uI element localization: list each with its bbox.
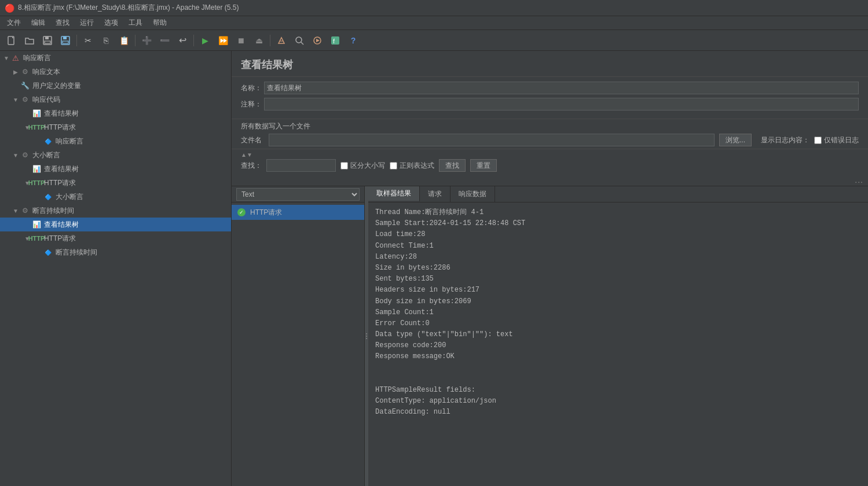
- menu-options[interactable]: 选项: [100, 17, 123, 29]
- remove-button[interactable]: ➖: [156, 32, 173, 49]
- help-button[interactable]: ?: [345, 32, 361, 49]
- new-button[interactable]: [3, 32, 20, 49]
- view-title: 查看结果树: [232, 51, 868, 77]
- result-line-6: Sent bytes:135: [375, 274, 861, 285]
- tree-label-13: HTTP请求: [44, 234, 76, 244]
- paste-button[interactable]: 📋: [116, 32, 132, 49]
- open-button[interactable]: [21, 32, 38, 49]
- reset-button[interactable]: 重置: [470, 159, 497, 172]
- browse-button[interactable]: [291, 32, 307, 49]
- tree-item-6[interactable]: 🔷 响应断言: [0, 134, 231, 148]
- case-sensitive-text: 区分大小写: [350, 161, 385, 171]
- search-label: 查找：: [241, 161, 262, 171]
- tree-item-1[interactable]: ▶ ⚙ 响应文本: [0, 65, 231, 79]
- tree-item-3[interactable]: ▼ ⚙ 响应代码: [0, 93, 231, 106]
- tree-item-9[interactable]: ▼ HTTP HTTP请求: [0, 176, 231, 190]
- icon-12: 📊: [31, 219, 42, 230]
- comment-label: 注释：: [241, 100, 264, 109]
- case-sensitive-checkbox[interactable]: [340, 162, 348, 170]
- log-content-label: 显示日志内容：: [761, 135, 810, 145]
- copy-button[interactable]: ⎘: [98, 32, 114, 49]
- tree-label-11: 断言持续时间: [32, 206, 74, 216]
- sample-item-http[interactable]: HTTP请求: [232, 205, 364, 220]
- tree-item-14[interactable]: 🔷 断言持续时间: [0, 245, 231, 259]
- lower-panel: Text RegExp Tester CSS/JQuery Tester XPa…: [232, 186, 868, 486]
- name-label: 名称：: [241, 83, 264, 93]
- tab-response-data[interactable]: 响应数据: [451, 186, 495, 202]
- icon-14: 🔷: [43, 247, 53, 257]
- title-bar: 🔴 8.相应断言.jmx (F:\JMeter_Study\8.相应断言.jmx…: [0, 0, 868, 16]
- tree-label-9: HTTP请求: [44, 178, 76, 188]
- tree-item-11[interactable]: ▼ ⚙ 断言持续时间: [0, 204, 231, 218]
- menu-tools[interactable]: 工具: [124, 17, 147, 29]
- tree-item-10[interactable]: 🔷 大小断言: [0, 190, 231, 204]
- tab-sampler-result[interactable]: 取样器结果: [368, 186, 420, 202]
- tree-item-12[interactable]: 📊 查看结果树: [0, 218, 231, 231]
- tree-item-root[interactable]: ▼ ⚠ 响应断言: [0, 51, 231, 65]
- result-line-17: ContentType: application/json: [375, 396, 861, 407]
- tree-label-2: 用户定义的变量: [32, 81, 81, 91]
- icon-9: HTTP: [31, 178, 42, 188]
- icon-1: ⚙: [20, 67, 30, 77]
- title-text: 8.相应断言.jmx (F:\JMeter_Study\8.相应断言.jmx) …: [18, 3, 239, 13]
- stop-now-button[interactable]: ⏏: [251, 32, 267, 49]
- more-dots-top[interactable]: ...: [855, 175, 863, 185]
- error-only-checkbox[interactable]: [814, 137, 822, 144]
- icon-10: 🔷: [43, 192, 53, 202]
- arrow-3: ▼: [12, 97, 20, 103]
- save-button[interactable]: [57, 32, 74, 49]
- menu-run[interactable]: 运行: [75, 17, 98, 29]
- all-data-row: 所有数据写入一个文件: [241, 122, 859, 131]
- arrow-11: ▼: [12, 208, 20, 214]
- tree-item-13[interactable]: ▼ HTTP HTTP请求: [0, 231, 231, 245]
- add-button[interactable]: ➕: [138, 32, 155, 49]
- icon-3: ⚙: [20, 94, 30, 105]
- error-only-label[interactable]: 仅错误日志: [814, 135, 859, 145]
- search-row: ▲▼: [241, 152, 859, 158]
- tree-item-2[interactable]: 🔧 用户定义的变量: [0, 79, 231, 93]
- menu-find[interactable]: 查找: [51, 17, 74, 29]
- result-line-14: [375, 363, 861, 374]
- result-line-9: Sample Count:1: [375, 307, 861, 318]
- sep4: [270, 35, 270, 46]
- tab-request[interactable]: 请求: [420, 186, 451, 202]
- search-button[interactable]: 查找: [439, 159, 466, 172]
- start-button[interactable]: ▶: [197, 32, 213, 49]
- comment-input[interactable]: [264, 98, 859, 111]
- search-input[interactable]: [266, 159, 336, 172]
- menu-file[interactable]: 文件: [2, 17, 25, 29]
- result-line-1: Sample Start:2024-01-15 22:48:48 CST: [375, 218, 861, 229]
- sample-type-selector[interactable]: Text RegExp Tester CSS/JQuery Tester XPa…: [236, 188, 360, 201]
- result-line-7: Headers size in bytes:217: [375, 285, 861, 296]
- function-helper-button[interactable]: f: [327, 32, 343, 49]
- filename-input[interactable]: [269, 134, 715, 146]
- tree-item-5[interactable]: ▼ HTTP HTTP请求: [0, 120, 231, 134]
- app-icon: 🔴: [5, 3, 14, 13]
- content-panel: 查看结果树 名称： 注释： 所有数据写入一个文件 文件名 浏览... 显示日志内…: [232, 51, 868, 486]
- name-input[interactable]: [264, 82, 859, 94]
- filename-label: 文件名: [241, 135, 264, 145]
- undo-button[interactable]: ↩: [174, 32, 191, 49]
- menu-help[interactable]: 帮助: [148, 17, 171, 29]
- cut-button[interactable]: ✂: [80, 32, 96, 49]
- start-no-pause-button[interactable]: ⏩: [215, 32, 231, 49]
- clear-all-button[interactable]: [273, 32, 290, 49]
- browse-file-button[interactable]: 浏览...: [719, 134, 752, 146]
- file-input-row: 文件名 浏览... 显示日志内容： 仅错误日志: [241, 134, 859, 146]
- tree-item-4[interactable]: 📊 查看结果树: [0, 106, 231, 120]
- save-template-button[interactable]: [39, 32, 56, 49]
- menu-edit[interactable]: 编辑: [27, 17, 50, 29]
- toolbar: ✂ ⎘ 📋 ➕ ➖ ↩ ▶ ⏩ ⏹ ⏏ f ?: [0, 30, 868, 51]
- remote-start-button[interactable]: [309, 32, 325, 49]
- regex-label[interactable]: 正则表达式: [390, 161, 434, 171]
- stop-button[interactable]: ⏹: [233, 32, 249, 49]
- tree-item-7[interactable]: ▼ ⚙ 大小断言: [0, 148, 231, 162]
- tree-item-8[interactable]: 📊 查看结果树: [0, 162, 231, 176]
- case-sensitive-label[interactable]: 区分大小写: [340, 161, 385, 171]
- icon-2: 🔧: [20, 80, 30, 91]
- regex-checkbox[interactable]: [390, 162, 397, 170]
- splitter-dots: [366, 333, 367, 339]
- result-line-0: Thread Name:断言持续时间 4-1: [375, 207, 861, 218]
- dot3: [366, 338, 367, 339]
- result-tabs: 取样器结果 请求 响应数据: [368, 186, 868, 203]
